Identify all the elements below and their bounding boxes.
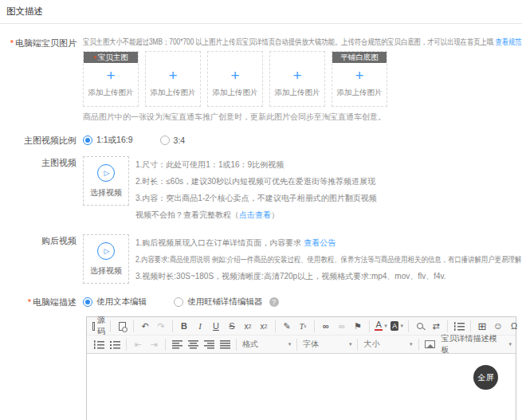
- toolbar-divider: [133, 320, 134, 332]
- product-images-note: 商品图片中的一张设为淘宝直通车推广创意时，更新此图片会同步至淘宝直通车创意。: [83, 112, 522, 123]
- announcement-link[interactable]: 查看公告: [304, 238, 336, 247]
- editor-content-area[interactable]: 全屏: [87, 354, 516, 420]
- product-edit-page: 图文描述 *电脑端宝贝图片 宝贝主图大小不能超过3MB；700*700 以上图片…: [0, 0, 522, 420]
- underline-button[interactable]: U: [210, 319, 222, 333]
- toolbar-divider: [314, 320, 315, 332]
- main-image-tag: *宝贝主图: [84, 52, 138, 63]
- row-main-video: 主图视频 ▷ 选择视频 1.尺寸：此处可使用1：1或16：9比例视频 2.时长：…: [0, 156, 522, 223]
- post-video-tips: 1.购后视频展现入口在订单详情页面，内容要求 查看公告 2.内容要求:商品使用说…: [135, 234, 522, 285]
- preview-icon: [119, 322, 126, 331]
- align-right-button[interactable]: [202, 337, 215, 351]
- option-wangpu-editor[interactable]: 使用旺铺详情编辑器: [174, 296, 263, 308]
- row-post-purchase-video: 购后视频 ▷ 选择视频 1.购后视频展现入口在订单详情页面，内容要求 查看公告 …: [0, 234, 522, 285]
- upload-box-white-bg-image[interactable]: 平铺白底图 + 添加上传图片: [332, 51, 387, 107]
- chevron-down-icon: ▾: [288, 341, 292, 347]
- toolbar-divider: [110, 320, 111, 332]
- plus-icon: +: [355, 69, 363, 82]
- upload-box-label: 添加上传图片: [213, 88, 258, 98]
- unlink-button[interactable]: ∞: [336, 319, 348, 333]
- align-justify-button[interactable]: [218, 337, 231, 351]
- upload-box-main-image[interactable]: *宝贝主图 + 添加上传图片: [83, 51, 139, 107]
- text-color-button[interactable]: A▾: [375, 319, 387, 333]
- ratio-option-1-1-16-9[interactable]: 1:1或16:9: [83, 135, 133, 146]
- pc-description-label: *电脑端描述: [0, 296, 83, 308]
- redo-button[interactable]: ↷: [155, 319, 167, 333]
- anchor-flag-button[interactable]: ⚑: [351, 319, 364, 333]
- tip-line: 2.内容要求:商品使用说明 例如:介绍一件商品的安装过程、使用教程、保养方法等与…: [135, 251, 522, 268]
- radio-selected-icon: [83, 297, 92, 307]
- upload-boxes: *宝贝主图 + 添加上传图片 + 添加上传图片 + 添加上传图片 + 添加上: [83, 51, 522, 107]
- size-select[interactable]: 大小▾: [361, 339, 414, 350]
- image-icon: [425, 340, 435, 348]
- ratio-option-3-4[interactable]: 3:4: [160, 135, 186, 145]
- main-video-tips: 1.尺寸：此处可使用1：1或16：9比例视频 2.时长：≤60s，建议30秒以内…: [135, 156, 377, 223]
- paragraph-button[interactable]: [453, 319, 465, 333]
- upload-box-3[interactable]: + 添加上传图片: [207, 51, 263, 107]
- ordered-list-button[interactable]: [92, 337, 105, 351]
- outdent-button[interactable]: ⇤: [131, 337, 144, 351]
- chevron-down-icon: ▾: [400, 323, 403, 329]
- toolbar-divider: [470, 320, 471, 332]
- align-center-icon: [188, 340, 198, 349]
- help-icon[interactable]: ?: [269, 297, 279, 307]
- preview-button[interactable]: [116, 319, 128, 333]
- tip-line: 3.视频时长:30S~180S，视频清晰度:高清720p以上，视频格式要求:mp…: [135, 268, 522, 285]
- ordered-list-icon: [94, 340, 104, 349]
- superscript-button[interactable]: x2: [257, 319, 270, 333]
- post-video-select-box[interactable]: ▷ 选择视频: [83, 234, 129, 284]
- toolbar-divider: [165, 339, 166, 351]
- chevron-down-icon: ▾: [508, 341, 512, 347]
- tip-line: 1.尺寸：此处可使用1：1或16：9比例视频: [135, 156, 377, 173]
- unordered-list-icon: [110, 340, 120, 349]
- align-left-button[interactable]: [171, 337, 183, 351]
- remove-format-button[interactable]: Tx: [296, 319, 309, 333]
- select-video-label: 选择视频: [90, 187, 122, 198]
- find-replace-button[interactable]: ⇄: [430, 319, 442, 333]
- tutorial-link[interactable]: 点击查看: [239, 210, 271, 219]
- bold-button[interactable]: B: [178, 319, 190, 333]
- toolbar-divider: [418, 339, 419, 351]
- toolbar-divider: [172, 320, 173, 332]
- special-char-button[interactable]: Ω: [508, 319, 520, 333]
- upload-box-4[interactable]: + 添加上传图片: [269, 51, 325, 107]
- paragraph-icon: [454, 322, 465, 331]
- fullscreen-button[interactable]: 全屏: [473, 365, 498, 390]
- format-painter-button[interactable]: ✎: [281, 319, 293, 333]
- italic-button[interactable]: I: [194, 319, 206, 333]
- template-select[interactable]: 宝贝详情描述模板▾: [442, 333, 512, 355]
- option-text-editor[interactable]: 使用文本编辑: [83, 296, 147, 308]
- upload-box-label: 添加上传图片: [337, 88, 383, 98]
- align-center-button[interactable]: [186, 337, 199, 351]
- bg-color-button[interactable]: A▾: [391, 319, 403, 333]
- align-justify-icon: [220, 340, 230, 349]
- upload-box-2[interactable]: + 添加上传图片: [145, 51, 201, 107]
- search-button[interactable]: [414, 319, 426, 333]
- upload-box-label: 添加上传图片: [88, 88, 134, 98]
- source-code-button[interactable]: 源码: [92, 319, 105, 333]
- link-button[interactable]: ∞: [320, 319, 332, 333]
- format-select[interactable]: 格式▾: [240, 339, 293, 350]
- undo-button[interactable]: ↶: [139, 319, 151, 333]
- main-video-select-box[interactable]: ▷ 选择视频: [83, 156, 129, 206]
- editor-toolbar-row-2: ⇤ ⇥ 格式▾ 字体▾ 大小▾ 宝贝详情描述模板▾: [87, 336, 516, 354]
- indent-button[interactable]: ⇥: [147, 337, 160, 351]
- plus-icon: +: [106, 69, 115, 82]
- table-button[interactable]: ⊞: [476, 319, 489, 333]
- section-header: 图文描述: [0, 0, 522, 24]
- strikethrough-button[interactable]: S: [226, 319, 238, 333]
- toolbar-divider: [447, 320, 448, 332]
- white-bg-image-tag: 平铺白底图: [332, 52, 387, 63]
- emoji-button[interactable]: ☺: [492, 319, 504, 333]
- required-asterisk: *: [10, 38, 14, 48]
- plus-icon: +: [168, 69, 177, 82]
- view-spec-link[interactable]: 查看规范: [495, 37, 521, 46]
- align-left-icon: [172, 340, 183, 349]
- insert-image-button[interactable]: [424, 337, 437, 351]
- tip-line-announcement: 1.购后视频展现入口在订单详情页面，内容要求 查看公告: [135, 234, 522, 251]
- chevron-down-icon: ▾: [410, 341, 413, 347]
- font-select[interactable]: 字体▾: [300, 339, 354, 350]
- toolbar-divider: [369, 320, 370, 332]
- subscript-button[interactable]: x2: [241, 319, 254, 333]
- unordered-list-button[interactable]: [108, 337, 121, 351]
- play-icon: ▷: [97, 164, 115, 182]
